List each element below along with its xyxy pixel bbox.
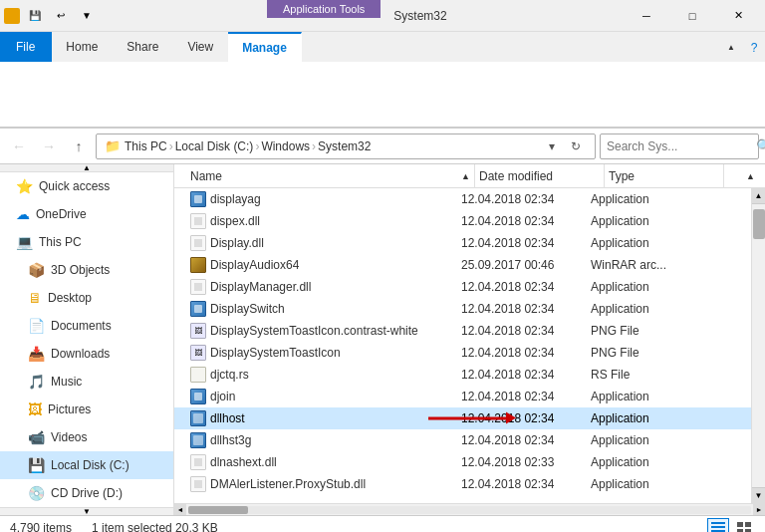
sidebar-label-quick-access: Quick access (39, 179, 110, 193)
ribbon-collapse-btn[interactable]: ▲ (727, 43, 735, 52)
qat-save-btn[interactable]: 💾 (24, 5, 46, 27)
up-button[interactable]: ↑ (66, 133, 92, 159)
sidebar-item-local-disk[interactable]: 💾 Local Disk (C:) (0, 451, 173, 479)
back-button[interactable]: ← (6, 133, 32, 159)
tab-file[interactable]: File (0, 32, 52, 62)
table-row[interactable]: 🖼 DisplaySystemToastIcon.contrast-white … (174, 320, 751, 342)
file-type-cell: Application (587, 192, 716, 206)
address-refresh-btn[interactable]: ↻ (565, 135, 587, 157)
ribbon-tab-row: File Home Share View Manage ▲ ? (0, 32, 765, 62)
file-date-cell: 12.04.2018 02:34 (457, 192, 587, 206)
h-scroll-right-btn[interactable]: ► (753, 504, 765, 516)
scroll-thumb[interactable] (753, 209, 765, 239)
file-date-cell: 12.04.2018 02:34 (457, 411, 587, 425)
sidebar-item-downloads[interactable]: 📥 Downloads (0, 340, 173, 368)
file-name-cell: djctq.rs (186, 367, 457, 383)
qat-dropdown-btn[interactable]: ▼ (76, 5, 98, 27)
quick-access-icon: ⭐ (16, 178, 33, 194)
sidebar-item-3d-objects[interactable]: 📦 3D Objects (0, 256, 173, 284)
sidebar-item-videos[interactable]: 📹 Videos (0, 423, 173, 451)
address-box[interactable]: 📁 This PC › Local Disk (C:) › Windows › … (96, 133, 596, 159)
breadcrumb-local-disk[interactable]: Local Disk (C:) (175, 139, 254, 153)
table-row[interactable]: djctq.rs 12.04.2018 02:34 RS File (174, 364, 751, 386)
scroll-up-btn[interactable]: ▲ (752, 188, 765, 204)
table-row[interactable]: 🖼 DisplaySystemToastIcon 12.04.2018 02:3… (174, 342, 751, 364)
h-scroll-left-btn[interactable]: ◄ (174, 504, 186, 516)
h-scroll-thumb[interactable] (188, 506, 248, 514)
file-icon: 🖼 (190, 345, 206, 361)
search-input[interactable] (607, 139, 756, 153)
table-row[interactable]: DMAlerListener.ProxyStub.dll 12.04.2018 … (174, 473, 751, 495)
file-type-cell: Application (587, 390, 716, 403)
file-date-cell: 12.04.2018 02:34 (457, 477, 587, 491)
scroll-down-btn[interactable]: ▼ (752, 487, 765, 503)
table-row[interactable]: dllhst3g 12.04.2018 02:34 Application (174, 429, 751, 451)
file-type-cell: WinRAR arc... (587, 258, 716, 272)
tab-manage[interactable]: Manage (228, 32, 302, 62)
sidebar-scroll-down[interactable]: ▼ (0, 507, 173, 515)
sidebar-item-music[interactable]: 🎵 Music (0, 368, 173, 396)
file-scroll[interactable]: displayag 12.04.2018 02:34 Application d… (174, 188, 751, 503)
this-pc-icon: 💻 (16, 234, 33, 250)
sidebar-scroll-up[interactable]: ▲ (0, 164, 173, 172)
table-row[interactable]: djoin 12.04.2018 02:34 Application (174, 386, 751, 407)
details-view-btn[interactable] (707, 518, 729, 533)
table-row[interactable]: displayag 12.04.2018 02:34 Application (174, 188, 751, 210)
table-row[interactable]: dllhost 12.04.2018 02:34 Application (174, 407, 751, 429)
table-row[interactable]: DisplayManager.dll 12.04.2018 02:34 Appl… (174, 276, 751, 298)
file-name-cell: DisplaySwitch (186, 301, 457, 317)
col-header-name[interactable]: Name ▲ (186, 164, 475, 188)
sidebar-item-this-pc[interactable]: 💻 This PC (0, 228, 173, 256)
breadcrumb-windows[interactable]: Windows (261, 139, 310, 153)
large-icons-view-btn[interactable] (733, 518, 755, 533)
file-icon (190, 454, 206, 470)
table-row[interactable]: DisplaySwitch 12.04.2018 02:34 Applicati… (174, 298, 751, 320)
forward-button[interactable]: → (36, 133, 62, 159)
file-date-cell: 12.04.2018 02:34 (457, 433, 587, 447)
file-name-text: DisplayAudiox64 (210, 258, 299, 272)
horizontal-scrollbar[interactable]: ◄ ► (174, 503, 765, 515)
svg-rect-6 (745, 529, 751, 533)
desktop-icon: 🖥 (28, 290, 42, 306)
pictures-icon: 🖼 (28, 401, 42, 417)
qat-undo-btn[interactable]: ↩ (50, 5, 72, 27)
table-row[interactable]: dispex.dll 12.04.2018 02:34 Application (174, 210, 751, 232)
file-name-cell: djoin (186, 389, 457, 404)
col-header-date[interactable]: Date modified (475, 164, 605, 188)
tab-share[interactable]: Share (113, 32, 173, 62)
sidebar-item-desktop[interactable]: 🖥 Desktop (0, 284, 173, 312)
table-row[interactable]: dlnashext.dll 12.04.2018 02:33 Applicati… (174, 451, 751, 473)
sidebar-item-onedrive[interactable]: ☁ OneDrive (0, 200, 173, 228)
maximize-button[interactable]: □ (669, 0, 715, 32)
file-name-cell: DisplayManager.dll (186, 279, 457, 295)
breadcrumb-this-pc[interactable]: This PC (125, 139, 167, 153)
sidebar-item-quick-access[interactable]: ⭐ Quick access (0, 172, 173, 200)
address-dropdown-btn[interactable]: ▾ (541, 135, 563, 157)
vertical-scrollbar[interactable]: ▲ ▼ (751, 188, 765, 503)
title-bar: 💾 ↩ ▼ Application Tools System32 ─ □ ✕ (0, 0, 765, 32)
col-header-type[interactable]: Type (605, 164, 724, 188)
search-icon[interactable]: 🔍 (756, 138, 765, 153)
table-row[interactable]: DisplayAudiox64 25.09.2017 00:46 WinRAR … (174, 254, 751, 276)
sidebar-label-onedrive: OneDrive (36, 207, 87, 221)
sidebar-item-pictures[interactable]: 🖼 Pictures (0, 396, 173, 423)
title-bar-left: 💾 ↩ ▼ (4, 5, 98, 27)
minimize-button[interactable]: ─ (624, 0, 669, 32)
help-button[interactable]: ? (743, 32, 765, 64)
sidebar-label-pictures: Pictures (48, 402, 91, 416)
file-rows-container: displayag 12.04.2018 02:34 Application d… (174, 188, 751, 495)
search-box[interactable]: 🔍 (600, 133, 759, 159)
tab-view[interactable]: View (173, 32, 228, 62)
svg-rect-3 (737, 522, 743, 527)
app-tools-ribbon-tab[interactable]: Application Tools (267, 0, 381, 18)
file-date-cell: 12.04.2018 02:34 (457, 368, 587, 382)
music-icon: 🎵 (28, 374, 45, 390)
sidebar-item-documents[interactable]: 📄 Documents (0, 312, 173, 340)
file-icon (190, 476, 206, 492)
sidebar-label-desktop: Desktop (48, 291, 92, 305)
tab-home[interactable]: Home (52, 32, 113, 62)
sidebar-item-cd-drive[interactable]: 💿 CD Drive (D:) (0, 479, 173, 507)
breadcrumb-system32[interactable]: System32 (318, 139, 371, 153)
table-row[interactable]: Display.dll 12.04.2018 02:34 Application (174, 232, 751, 254)
close-button[interactable]: ✕ (715, 0, 761, 32)
